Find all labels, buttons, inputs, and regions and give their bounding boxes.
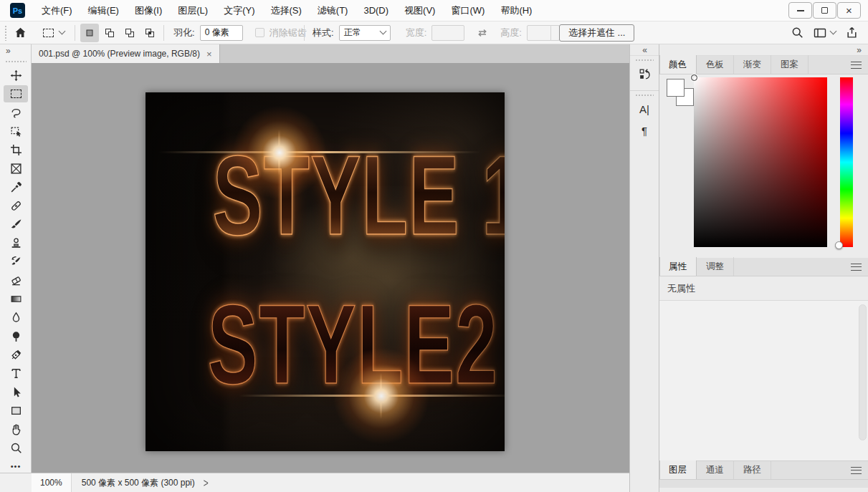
- close-button[interactable]: ×: [837, 2, 861, 19]
- properties-content: [659, 301, 868, 461]
- zoom-level-field[interactable]: 100%: [32, 473, 72, 492]
- tool-hand[interactable]: [0, 420, 32, 438]
- tool-history-brush[interactable]: [0, 252, 32, 271]
- tool-zoom[interactable]: [0, 438, 32, 457]
- tool-gradient[interactable]: [0, 289, 32, 308]
- expand-dock-icon[interactable]: «: [630, 44, 659, 56]
- tool-pen[interactable]: [0, 345, 32, 364]
- menu-window[interactable]: 窗口(W): [443, 0, 492, 21]
- menu-bar: Ps 文件(F) 编辑(E) 图像(I) 图层(L) 文字(Y) 选择(S) 滤…: [0, 0, 868, 21]
- brush-icon: [10, 218, 22, 231]
- new-selection-button[interactable]: [80, 24, 99, 42]
- tool-move[interactable]: [0, 66, 32, 85]
- add-to-selection-icon: [104, 27, 115, 39]
- document-tab-close-icon[interactable]: ×: [206, 49, 212, 59]
- dock-divider: [630, 90, 659, 91]
- no-properties-text: 无属性: [667, 282, 695, 295]
- tab-gradients[interactable]: 渐变: [734, 55, 771, 74]
- swap-width-height-icon[interactable]: [477, 28, 488, 38]
- tool-rectangle-shape[interactable]: [0, 401, 32, 420]
- panel-menu-icon[interactable]: [851, 62, 862, 69]
- panel-column: » 颜色 色板 渐变 图案: [659, 44, 868, 492]
- tool-crop[interactable]: [0, 140, 32, 159]
- workspace-switcher[interactable]: [814, 27, 836, 39]
- tab-channels[interactable]: 通道: [697, 460, 734, 479]
- tool-preset-picker[interactable]: [43, 21, 65, 44]
- paragraph-panel-button[interactable]: ¶: [630, 120, 659, 141]
- tool-object-selection[interactable]: [0, 122, 32, 140]
- tab-properties[interactable]: 属性: [659, 257, 697, 276]
- share-icon[interactable]: [846, 26, 858, 39]
- expand-tools-icon[interactable]: »: [6, 46, 10, 56]
- tools-grip[interactable]: [5, 60, 27, 63]
- tab-adjustments[interactable]: 调整: [697, 257, 734, 276]
- intersect-selection-button[interactable]: [140, 24, 159, 42]
- tool-spot-healing-brush[interactable]: [0, 196, 32, 215]
- menu-filter[interactable]: 滤镜(T): [310, 0, 356, 21]
- properties-scrollbar[interactable]: [859, 304, 867, 440]
- hue-slider-handle[interactable]: [835, 241, 843, 249]
- tool-lasso[interactable]: [0, 103, 32, 122]
- tool-clone-stamp[interactable]: [0, 233, 32, 252]
- search-icon[interactable]: [791, 26, 803, 39]
- tool-dodge[interactable]: [0, 327, 32, 345]
- style-select[interactable]: 正常: [339, 25, 391, 41]
- dock-grip[interactable]: [635, 59, 654, 62]
- panel-dock-strip: « A| ¶: [629, 44, 659, 492]
- tab-swatches[interactable]: 色板: [697, 55, 734, 74]
- tool-eraser[interactable]: [0, 271, 32, 289]
- hue-slider[interactable]: [840, 77, 853, 247]
- home-button[interactable]: [14, 21, 27, 44]
- width-input[interactable]: [431, 25, 464, 41]
- height-input[interactable]: [527, 25, 560, 41]
- options-grip[interactable]: [4, 25, 7, 41]
- menu-image[interactable]: 图像(I): [127, 0, 170, 21]
- crop-icon: [10, 144, 22, 156]
- panel-menu-icon[interactable]: [851, 264, 862, 271]
- document-tab[interactable]: 001.psd @ 100% (Preview image, RGB/8) ×: [32, 44, 220, 63]
- tool-type[interactable]: [0, 364, 32, 382]
- character-panel-button[interactable]: A|: [630, 98, 659, 120]
- divider: [304, 25, 305, 41]
- tool-frame[interactable]: [0, 159, 32, 178]
- menu-select[interactable]: 选择(S): [262, 0, 309, 21]
- menu-edit[interactable]: 编辑(E): [80, 0, 127, 21]
- panel-menu-icon[interactable]: [851, 467, 862, 474]
- menu-file[interactable]: 文件(F): [34, 0, 80, 21]
- anti-alias-checkbox[interactable]: [255, 28, 264, 37]
- select-and-mask-button[interactable]: 选择并遮住 ...: [559, 24, 634, 42]
- menu-type[interactable]: 文字(Y): [216, 0, 262, 21]
- tab-color[interactable]: 颜色: [659, 55, 697, 74]
- status-expand-chevron-icon[interactable]: >: [204, 476, 209, 490]
- tool-brush[interactable]: [0, 215, 32, 233]
- subtract-from-selection-button[interactable]: [120, 24, 139, 42]
- collapse-panels-icon[interactable]: »: [659, 44, 868, 56]
- menu-layer[interactable]: 图层(L): [170, 0, 216, 21]
- feather-input[interactable]: 0 像素: [200, 25, 243, 41]
- foreground-background-swatches[interactable]: [667, 79, 695, 107]
- document-canvas[interactable]: STYLE 1 STYLE2: [146, 92, 505, 451]
- foreground-color-swatch[interactable]: [667, 79, 685, 97]
- menu-help[interactable]: 帮助(H): [492, 0, 540, 21]
- add-to-selection-button[interactable]: [100, 24, 119, 42]
- style-select-value: 正常: [344, 26, 361, 39]
- lasso-icon: [10, 107, 22, 119]
- menu-3d[interactable]: 3D(D): [356, 0, 396, 21]
- tool-path-selection[interactable]: [0, 382, 32, 401]
- color-field-marker[interactable]: [691, 74, 697, 81]
- tool-blur[interactable]: [0, 308, 32, 327]
- eraser-icon: [10, 274, 22, 286]
- maximize-button[interactable]: [813, 2, 836, 19]
- object-selection-icon: [10, 125, 22, 138]
- tab-patterns[interactable]: 图案: [771, 55, 809, 74]
- history-panel-button[interactable]: [630, 63, 659, 85]
- menu-view[interactable]: 视图(V): [396, 0, 443, 21]
- tool-eyedropper[interactable]: [0, 178, 32, 196]
- saturation-brightness-field[interactable]: [694, 77, 827, 247]
- minimize-button[interactable]: [788, 2, 812, 19]
- tab-paths[interactable]: 路径: [734, 460, 771, 479]
- tool-rectangular-marquee[interactable]: [0, 85, 32, 103]
- spot-healing-brush-icon: [10, 200, 22, 212]
- dock-grip[interactable]: [635, 94, 654, 97]
- tab-layers[interactable]: 图层: [659, 460, 697, 479]
